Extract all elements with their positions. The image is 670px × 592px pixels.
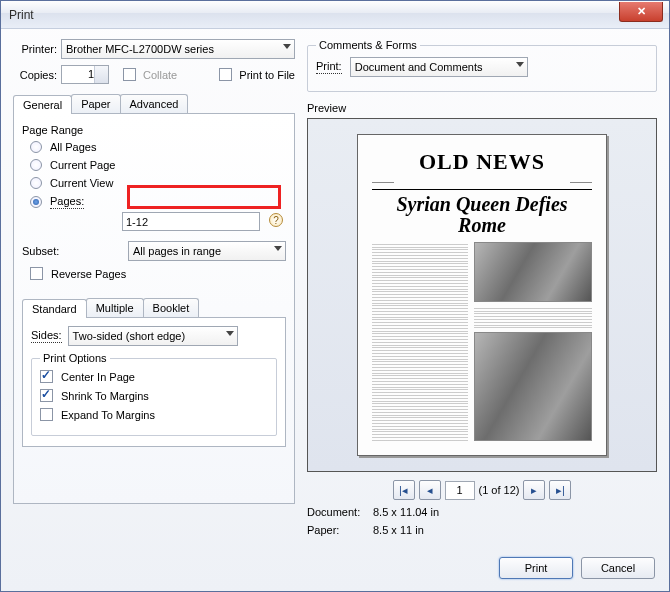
chevron-down-icon <box>226 331 234 336</box>
last-page-button[interactable]: ▸| <box>549 480 571 500</box>
sides-select[interactable]: Two-sided (short edge) <box>68 326 238 346</box>
radio-pages[interactable] <box>30 196 42 208</box>
expand-to-margins-checkbox[interactable] <box>40 408 53 421</box>
print-button[interactable]: Print <box>499 557 573 579</box>
pages-label: Pages: <box>50 195 84 209</box>
document-size-label: Document: <box>307 506 369 518</box>
titlebar[interactable]: Print ✕ <box>1 1 669 29</box>
comments-print-label: Print: <box>316 60 342 74</box>
close-button[interactable]: ✕ <box>619 2 663 22</box>
radio-current-view[interactable] <box>30 177 42 189</box>
page-number-input[interactable] <box>445 481 475 500</box>
comments-forms-group: Comments & Forms Print: Document and Com… <box>307 39 657 92</box>
paper-size-label: Paper: <box>307 524 369 536</box>
page-range-legend: Page Range <box>22 124 286 136</box>
pages-input[interactable] <box>122 212 260 231</box>
copies-stepper[interactable]: 1 <box>61 65 109 84</box>
settings-tabs: General Paper Advanced <box>13 94 295 114</box>
chevron-right-icon: ▸ <box>531 484 537 497</box>
comments-forms-legend: Comments & Forms <box>316 39 420 51</box>
print-to-file-checkbox[interactable] <box>219 68 232 81</box>
reverse-pages-checkbox[interactable] <box>30 267 43 280</box>
help-icon[interactable]: ? <box>269 213 283 227</box>
print-dialog: Print ✕ Printer: Brother MFC-L2700DW ser… <box>0 0 670 592</box>
subset-select[interactable]: All pages in range <box>128 241 286 261</box>
preview-headline: Syrian Queen Defies Rome <box>372 194 592 236</box>
comments-print-select[interactable]: Document and Comments <box>350 57 528 77</box>
tab-general[interactable]: General <box>13 95 72 114</box>
tab-standard[interactable]: Standard <box>22 299 87 318</box>
collate-label: Collate <box>143 69 177 81</box>
next-page-button[interactable]: ▸ <box>523 480 545 500</box>
collate-checkbox <box>123 68 136 81</box>
center-in-page-checkbox[interactable] <box>40 370 53 383</box>
window-title: Print <box>9 8 34 22</box>
paper-size-value: 8.5 x 11 in <box>373 524 424 536</box>
preview-label: Preview <box>307 102 657 114</box>
printer-select-value: Brother MFC-L2700DW series <box>66 43 214 55</box>
cancel-button[interactable]: Cancel <box>581 557 655 579</box>
chevron-down-icon <box>274 246 282 251</box>
preview-image-1 <box>474 242 592 302</box>
subset-label: Subset: <box>22 245 66 257</box>
first-page-button[interactable]: |◂ <box>393 480 415 500</box>
shrink-to-margins-checkbox[interactable] <box>40 389 53 402</box>
tab-advanced[interactable]: Advanced <box>120 94 189 113</box>
printer-label: Printer: <box>13 43 57 55</box>
document-size-value: 8.5 x 11.04 in <box>373 506 439 518</box>
page-count-text: (1 of 12) <box>479 484 520 496</box>
chevron-down-icon <box>516 62 524 67</box>
tab-paper[interactable]: Paper <box>71 94 120 113</box>
preview-frame: OLD NEWS ———— Syrian Queen Defies Rome <box>307 118 657 472</box>
printer-select[interactable]: Brother MFC-L2700DW series <box>61 39 295 59</box>
radio-current-page[interactable] <box>30 159 42 171</box>
preview-page: OLD NEWS ———— Syrian Queen Defies Rome <box>357 134 607 456</box>
chevron-down-icon <box>283 44 291 49</box>
radio-all-pages[interactable] <box>30 141 42 153</box>
preview-image-2 <box>474 332 592 441</box>
skip-last-icon: ▸| <box>556 484 565 497</box>
sides-label: Sides: <box>31 329 62 343</box>
preview-masthead: OLD NEWS <box>372 149 592 175</box>
copies-label: Copies: <box>13 69 57 81</box>
close-icon: ✕ <box>637 5 646 18</box>
tab-booklet[interactable]: Booklet <box>143 298 200 317</box>
prev-page-button[interactable]: ◂ <box>419 480 441 500</box>
chevron-left-icon: ◂ <box>427 484 433 497</box>
print-options-legend: Print Options <box>40 352 110 364</box>
print-to-file-label: Print to File <box>239 69 295 81</box>
general-tab-body: Page Range All Pages Current Page Curren… <box>13 114 295 504</box>
skip-first-icon: |◂ <box>399 484 408 497</box>
page-navigator: |◂ ◂ (1 of 12) ▸ ▸| <box>307 480 657 500</box>
tab-multiple[interactable]: Multiple <box>86 298 144 317</box>
